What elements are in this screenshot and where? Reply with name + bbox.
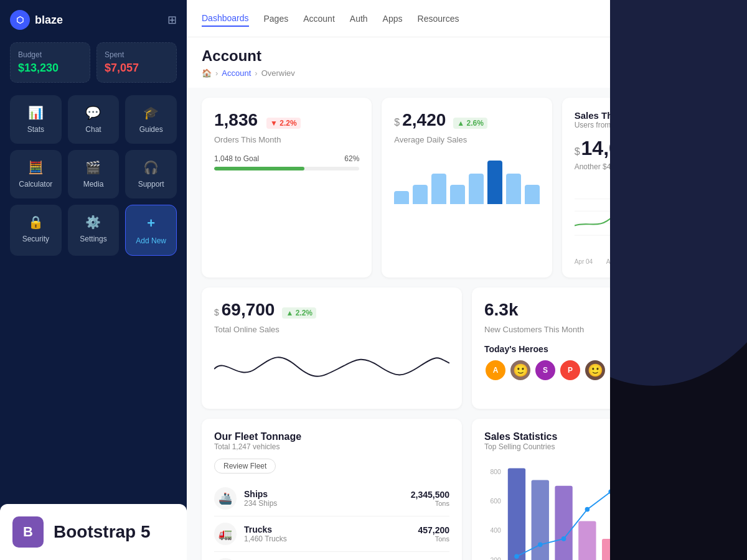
trucks-icon: 🚛 xyxy=(214,523,237,545)
trucks-name: Trucks xyxy=(244,525,287,534)
daily-sales-value: 2,420 xyxy=(402,110,446,130)
ships-icon: 🚢 xyxy=(214,487,237,510)
breadcrumb-home[interactable]: 🏠 xyxy=(202,68,212,78)
logo-icon: ⬡ xyxy=(10,10,30,30)
online-sales-card: $ 69,700 ▲ 2.2% Total Online Sales xyxy=(202,287,462,409)
spent-value: $7,057 xyxy=(105,62,169,75)
trucks-info: Trucks 1,460 Trucks xyxy=(244,525,287,543)
sidebar-item-label: Chat xyxy=(85,125,101,134)
bar xyxy=(431,174,446,204)
orders-label: Orders This Month xyxy=(214,135,359,144)
nav-link-resources[interactable]: Resources xyxy=(418,11,459,26)
logo-text: blaze xyxy=(35,14,63,27)
ships-name: Ships xyxy=(244,489,277,499)
sidebar-item-media[interactable]: 🎬 Media xyxy=(68,150,120,198)
sidebar-item-calculator[interactable]: 🧮 Calculator xyxy=(10,150,62,198)
svg-text:200: 200 xyxy=(490,557,501,560)
sidebar-item-guides[interactable]: 🎓 Guides xyxy=(125,95,177,144)
svg-point-19 xyxy=(585,507,590,512)
goal-pct: 62% xyxy=(344,154,359,163)
svg-point-16 xyxy=(514,554,519,559)
nav-grid: 📊 Stats 💬 Chat 🎓 Guides 🧮 Calculator 🎬 M… xyxy=(10,95,177,256)
breadcrumb-account[interactable]: Account xyxy=(222,68,251,78)
sidebar-item-label: Media xyxy=(83,180,104,189)
review-fleet-button[interactable]: Review Fleet xyxy=(214,459,276,474)
chat-icon: 💬 xyxy=(85,105,101,120)
ships-info: Ships 234 Ships xyxy=(244,489,277,508)
trucks-value: 457,200 Tons xyxy=(418,525,449,543)
ships-sub: 234 Ships xyxy=(244,499,277,508)
nav-link-auth[interactable]: Auth xyxy=(350,11,368,26)
sidebar-menu-icon[interactable]: ⊞ xyxy=(167,13,177,27)
calculator-icon: 🧮 xyxy=(28,160,44,175)
settings-icon: ⚙️ xyxy=(85,215,101,230)
hero-avatar: 🙂 xyxy=(509,359,532,381)
fleet-row-ships: 🚢 Ships 234 Ships 2,345,500 Tons xyxy=(214,481,449,516)
budget-value: $13,230 xyxy=(18,62,82,75)
hero-avatar: A xyxy=(484,359,507,381)
currency-symbol: $ xyxy=(394,117,400,128)
nav-link-dashboards[interactable]: Dashboards xyxy=(202,11,249,27)
budget-card: Budget $13,230 xyxy=(10,42,90,83)
svg-rect-11 xyxy=(578,521,596,560)
dark-curve xyxy=(610,0,747,386)
spent-label: Spent xyxy=(105,50,169,59)
bar xyxy=(469,174,484,204)
fleet-title: Our Fleet Tonnage xyxy=(214,431,449,442)
bootstrap-label: Bootstrap 5 xyxy=(54,522,151,542)
sidebar-item-stats[interactable]: 📊 Stats xyxy=(10,95,62,144)
fleet-row-trucks: 🚛 Trucks 1,460 Trucks 457,200 Tons xyxy=(214,516,449,552)
media-icon: 🎬 xyxy=(85,160,101,175)
add-new-icon: + xyxy=(147,215,155,231)
svg-text:800: 800 xyxy=(490,469,501,475)
daily-sales-chart xyxy=(394,154,539,204)
sm-currency: $ xyxy=(575,146,580,157)
trucks-sub: 1,460 Trucks xyxy=(244,534,287,543)
spent-card: Spent $7,057 xyxy=(96,42,177,83)
breadcrumb: 🏠 › Account › Overwiev xyxy=(202,68,295,78)
hero-avatar: P xyxy=(559,359,581,381)
hero-avatar: 🙂 xyxy=(584,359,606,381)
progress-bar xyxy=(214,167,359,170)
support-icon: 🎧 xyxy=(143,160,159,175)
nav-link-account[interactable]: Account xyxy=(303,11,335,26)
sidebar-item-label: Security xyxy=(22,235,49,243)
right-overlay xyxy=(610,0,747,560)
svg-text:400: 400 xyxy=(490,527,501,534)
daily-sales-change: ▲ 2.6% xyxy=(453,118,487,129)
bar xyxy=(525,185,540,205)
progress-fill xyxy=(214,167,304,170)
stats-icon: 📊 xyxy=(28,105,44,120)
sidebar-item-security[interactable]: 🔒 Security xyxy=(10,205,62,256)
sidebar-item-settings[interactable]: ⚙️ Settings xyxy=(68,205,120,256)
bar xyxy=(413,185,428,205)
daily-sales-label: Average Daily Sales xyxy=(394,135,539,144)
guides-icon: 🎓 xyxy=(143,105,159,120)
security-icon: 🔒 xyxy=(28,215,44,230)
nav-link-pages[interactable]: Pages xyxy=(264,11,289,26)
sidebar-item-label: Calculator xyxy=(19,180,52,189)
svg-point-17 xyxy=(538,543,543,548)
svg-rect-8 xyxy=(508,469,525,561)
sidebar-item-label: Add New xyxy=(136,236,166,245)
sidebar: ⬡ blaze ⊞ Budget $13,230 Spent $7,057 📊 … xyxy=(0,0,187,560)
bar xyxy=(506,174,521,204)
online-sales-value: 69,700 xyxy=(222,300,275,320)
os-currency: $ xyxy=(214,307,219,317)
sidebar-item-add-new[interactable]: + Add New xyxy=(125,205,177,256)
bar xyxy=(487,161,502,204)
sidebar-item-label: Guides xyxy=(139,125,163,134)
bar xyxy=(394,191,409,204)
breadcrumb-current: Overwiev xyxy=(261,68,295,78)
sidebar-item-chat[interactable]: 💬 Chat xyxy=(68,95,120,144)
fleet-row-planes: ✈️ Planes 8 Aircrafts 1,240 Tons xyxy=(214,552,449,560)
goal-text: 1,048 to Goal xyxy=(214,154,259,163)
nav-link-apps[interactable]: Apps xyxy=(383,11,403,26)
sidebar-item-label: Support xyxy=(138,180,164,189)
bootstrap-badge: B Bootstrap 5 xyxy=(0,504,187,560)
budget-cards: Budget $13,230 Spent $7,057 xyxy=(10,42,177,83)
sidebar-item-support[interactable]: 🎧 Support xyxy=(125,150,177,198)
online-sales-label: Total Online Sales xyxy=(214,325,449,334)
hero-avatar: S xyxy=(534,359,557,381)
wave-chart xyxy=(214,344,449,394)
